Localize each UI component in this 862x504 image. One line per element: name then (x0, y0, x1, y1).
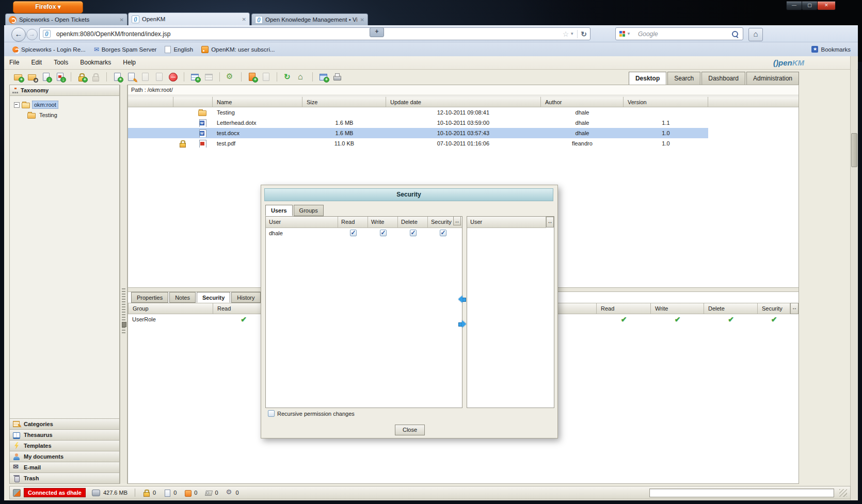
column-update-date[interactable]: Update date (386, 96, 541, 107)
search-magnifier-icon[interactable] (732, 31, 738, 37)
file-name[interactable]: Letterhead.dotx (213, 120, 302, 126)
expand-right-table-button[interactable]: ↔ (546, 217, 554, 227)
tab-properties[interactable]: Properties (131, 292, 168, 303)
scrollbar-thumb[interactable] (851, 133, 857, 167)
file-name[interactable]: test.docx (213, 130, 302, 136)
tree-node-label[interactable]: okm:root (32, 101, 58, 109)
subscriptions-counter[interactable]: 0 (184, 489, 197, 496)
column-read[interactable]: Read (597, 303, 651, 314)
recursive-permissions-option[interactable]: Recursive permission changes (265, 410, 355, 417)
refresh-icon[interactable] (283, 72, 293, 82)
create-document-icon[interactable]: + (113, 72, 122, 82)
column-write[interactable]: Write (368, 217, 398, 228)
column-read[interactable]: Read (338, 217, 368, 228)
dialog-tab-users[interactable]: Users (265, 205, 293, 216)
stack-item-categories[interactable]: Categories (10, 418, 119, 429)
tree-node-okm-root[interactable]: okm:root (10, 100, 119, 110)
find-folder-icon[interactable] (27, 72, 37, 82)
stack-item-email[interactable]: E-mail (10, 462, 119, 473)
dialog-tab-groups[interactable]: Groups (294, 205, 324, 216)
browser-tab-okm-wiki[interactable]: () Open Knowledge Management • Vie... ✕ (251, 13, 368, 25)
add-user-arrow-icon[interactable] (458, 320, 467, 328)
file-row-test-docx[interactable]: test.docx 1.6 MB 10-10-2011 03:57:43 dha… (128, 128, 708, 138)
search-placeholder[interactable]: Google (638, 30, 732, 38)
search-engine-dropdown-icon[interactable]: ▼ (627, 31, 631, 36)
file-name[interactable]: test.pdf (213, 140, 302, 147)
column-delete[interactable]: Delete (704, 303, 758, 314)
column-author[interactable]: Author (541, 96, 624, 107)
delete-checkbox[interactable] (410, 230, 417, 236)
tab-close-icon[interactable]: ✕ (242, 17, 246, 22)
url-text[interactable]: openkm:8080/OpenKM/frontend/index.jsp (56, 30, 563, 38)
window-close-button[interactable]: ✕ (817, 1, 836, 10)
menu-edit[interactable]: Edit (26, 56, 47, 66)
tab-dashboard[interactable]: Dashboard (701, 72, 745, 85)
new-tab-button[interactable]: + (370, 27, 384, 37)
column-group[interactable]: Group (128, 303, 213, 314)
browser-tab-openkm[interactable]: () OpenKM ✕ (128, 12, 250, 25)
menu-tools[interactable]: Tools (49, 56, 73, 66)
window-minimize-button[interactable]: — (786, 1, 802, 10)
column-icon[interactable] (173, 96, 213, 107)
stack-item-my-documents[interactable]: My documents (10, 451, 119, 462)
tab-security[interactable]: Security (197, 292, 230, 303)
bookmark-item-english[interactable]: English (165, 46, 193, 53)
add-property-group-icon[interactable]: + (190, 72, 200, 82)
collapse-icon[interactable] (14, 102, 20, 108)
column-size[interactable]: Size (302, 96, 386, 107)
stack-item-thesaurus[interactable]: Thesaurus (10, 429, 119, 440)
tree-node-label[interactable]: Testing (38, 111, 59, 119)
column-write[interactable]: Write (651, 303, 704, 314)
locked-documents-counter[interactable]: 0 (142, 489, 156, 496)
tab-close-icon[interactable]: ✕ (360, 17, 364, 23)
file-row-testing[interactable]: Testing 12-10-2011 09:08:41 dhale (128, 107, 708, 118)
edit-document-icon[interactable]: ✎ (126, 72, 136, 82)
show-bookmarks-button[interactable]: ★Bookmarks (811, 46, 851, 53)
tab-notes[interactable]: Notes (169, 292, 196, 303)
expand-left-table-button[interactable]: ↔ (453, 216, 461, 225)
bookmark-star-icon[interactable]: ☆ (563, 30, 569, 38)
dialog-close-button[interactable]: Close (395, 425, 425, 435)
search-box[interactable]: ▼ Google (615, 27, 743, 40)
browser-tab-spiceworks[interactable]: Spiceworks - Open Tickets ✕ (5, 13, 127, 25)
column-name[interactable]: Name (213, 96, 302, 107)
start-workflow-icon[interactable] (226, 72, 235, 82)
add-subscription-icon[interactable]: + (247, 72, 257, 82)
expand-columns-button[interactable]: ↔ (790, 303, 799, 314)
star-dropdown-icon[interactable]: ▼ (570, 31, 574, 36)
recursive-checkbox[interactable] (268, 410, 275, 417)
home-button[interactable]: ⌂ (748, 28, 763, 41)
security-checkbox[interactable] (440, 230, 446, 236)
download-pdf-icon[interactable]: ↓ (55, 72, 65, 82)
read-checkbox[interactable] (350, 230, 357, 236)
print-icon[interactable] (332, 72, 342, 82)
stack-item-templates[interactable]: Templates (10, 440, 119, 451)
stack-item-trash[interactable]: Trash (10, 473, 119, 483)
tab-history[interactable]: History (231, 292, 260, 303)
column-version[interactable]: Version (624, 96, 708, 107)
file-row-letterhead[interactable]: Letterhead.dotx 1.6 MB 10-10-2011 03:59:… (128, 118, 708, 128)
vertical-splitter[interactable] (120, 85, 127, 484)
resize-grip[interactable] (839, 489, 847, 497)
column-user[interactable]: User (467, 217, 546, 228)
google-logo-icon[interactable] (619, 31, 626, 37)
column-security[interactable]: Security (758, 303, 790, 314)
splitter-grip[interactable] (122, 322, 126, 327)
news-counter[interactable]: 0 (204, 489, 218, 496)
back-button[interactable]: ← (11, 27, 26, 42)
reload-icon[interactable]: ↻ (577, 30, 587, 38)
menu-help[interactable]: Help (118, 56, 141, 66)
dialog-title-bar[interactable]: Security (264, 188, 553, 201)
workflow-tasks-counter[interactable]: 0 (226, 489, 239, 496)
browser-scrollbar[interactable] (850, 56, 857, 500)
url-bar[interactable]: () openkm:8080/OpenKM/frontend/index.jsp… (39, 27, 590, 40)
download-document-icon[interactable]: ↓ (41, 72, 51, 82)
column-user[interactable]: User (266, 217, 338, 228)
lock-icon[interactable]: + (77, 72, 87, 82)
remove-user-arrow-icon[interactable] (458, 296, 467, 303)
taxonomy-header[interactable]: Taxonomy (10, 85, 119, 96)
menu-bookmarks[interactable]: Bookmarks (75, 56, 116, 66)
create-folder-icon[interactable]: + (13, 72, 23, 82)
window-maximize-button[interactable]: ▢ (802, 1, 818, 10)
file-row-test-pdf[interactable]: test.pdf 11.0 KB 07-10-2011 01:16:06 fle… (128, 138, 708, 149)
